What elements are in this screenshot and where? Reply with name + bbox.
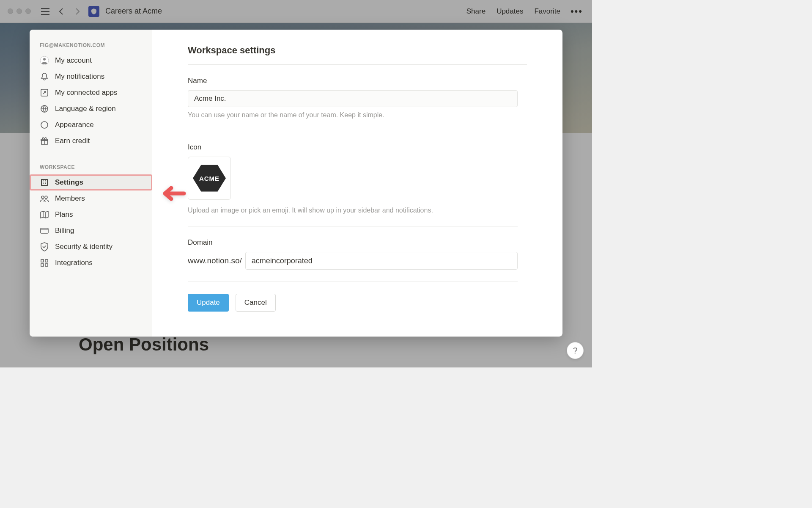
people-icon	[40, 194, 49, 203]
sidebar-item-my-account[interactable]: My account	[30, 52, 152, 69]
credit-card-icon	[40, 226, 49, 235]
external-link-icon	[40, 88, 49, 97]
sidebar-item-label: Settings	[55, 178, 83, 187]
sidebar-item-label: My account	[55, 56, 92, 65]
sidebar-item-appearance[interactable]: Appearance	[30, 117, 152, 133]
sidebar-item-label: Earn credit	[55, 137, 90, 145]
domain-label: Domain	[188, 238, 527, 247]
svg-point-4	[41, 121, 48, 128]
bell-icon	[40, 72, 49, 81]
sidebar-item-settings[interactable]: Settings	[30, 174, 152, 190]
divider	[188, 282, 518, 282]
sidebar-item-label: Plans	[55, 210, 73, 219]
svg-rect-7	[41, 179, 47, 185]
name-help-text: You can use your name or the name of you…	[188, 111, 527, 119]
gift-icon	[40, 136, 49, 146]
building-icon	[40, 178, 49, 187]
icon-label: Icon	[188, 143, 527, 152]
sidebar-item-connected-apps[interactable]: My connected apps	[30, 85, 152, 101]
svg-point-1	[43, 58, 46, 61]
svg-rect-11	[41, 260, 44, 262]
sidebar-item-security[interactable]: Security & identity	[30, 239, 152, 255]
sidebar-item-billing[interactable]: Billing	[30, 223, 152, 239]
grid-icon	[40, 258, 49, 268]
sidebar-item-integrations[interactable]: Integrations	[30, 255, 152, 271]
svg-point-8	[41, 196, 44, 199]
sidebar-item-label: My notifications	[55, 72, 104, 81]
settings-panel: Workspace settings Name You can use your…	[152, 30, 562, 337]
svg-rect-14	[45, 264, 48, 266]
sidebar-item-members[interactable]: Members	[30, 190, 152, 207]
map-icon	[40, 210, 49, 219]
svg-rect-13	[41, 264, 44, 266]
sidebar-workspace-header: WORKSPACE	[30, 162, 152, 174]
workspace-icon-image: ACME	[193, 163, 226, 193]
sidebar-item-label: Security & identity	[55, 243, 112, 251]
svg-point-9	[45, 196, 47, 199]
sidebar-item-plans[interactable]: Plans	[30, 207, 152, 223]
shield-icon	[40, 242, 49, 251]
cancel-button[interactable]: Cancel	[236, 294, 276, 312]
domain-input[interactable]	[245, 252, 518, 270]
name-label: Name	[188, 77, 527, 85]
sidebar-item-earn-credit[interactable]: Earn credit	[30, 133, 152, 149]
sidebar-item-language[interactable]: Language & region	[30, 101, 152, 117]
sidebar-item-label: Members	[55, 194, 85, 203]
settings-sidebar: FIG@MAKENOTION.COM My account My notific…	[30, 30, 152, 337]
settings-title: Workspace settings	[188, 45, 527, 56]
globe-icon	[40, 104, 49, 113]
annotation-arrow-icon	[156, 183, 186, 204]
workspace-name-input[interactable]	[188, 90, 518, 107]
sidebar-account-header: FIG@MAKENOTION.COM	[30, 40, 152, 52]
divider	[188, 64, 527, 65]
settings-modal: FIG@MAKENOTION.COM My account My notific…	[30, 30, 562, 337]
avatar-icon	[40, 56, 49, 65]
update-button[interactable]: Update	[188, 294, 229, 312]
divider	[188, 226, 518, 226]
divider	[188, 131, 518, 131]
sidebar-item-label: Appearance	[55, 121, 94, 129]
moon-icon	[40, 120, 49, 130]
sidebar-item-label: Integrations	[55, 259, 93, 267]
svg-rect-10	[41, 228, 48, 233]
workspace-icon-picker[interactable]: ACME	[188, 157, 231, 200]
domain-prefix: www.notion.so/	[188, 256, 242, 265]
svg-rect-12	[45, 260, 48, 262]
sidebar-item-label: My connected apps	[55, 88, 117, 97]
help-button[interactable]: ?	[567, 342, 584, 359]
icon-help-text: Upload an image or pick an emoji. It wil…	[188, 207, 527, 214]
sidebar-item-notifications[interactable]: My notifications	[30, 69, 152, 85]
sidebar-item-label: Billing	[55, 226, 74, 235]
sidebar-item-label: Language & region	[55, 105, 116, 113]
